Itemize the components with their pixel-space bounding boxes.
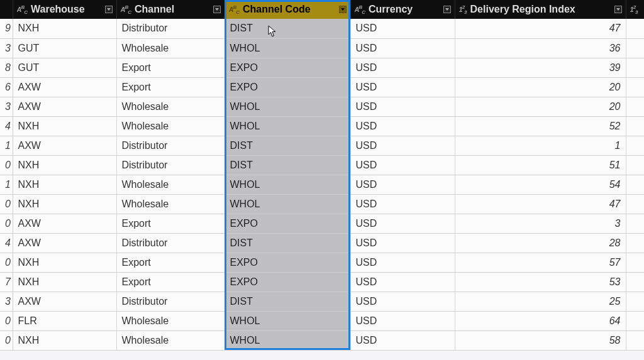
cell-currency[interactable]: USD (350, 77, 455, 97)
cell-delivery-region-index[interactable]: 57 (455, 253, 626, 272)
cell-channel[interactable]: Export (116, 77, 225, 97)
cell-channel-code[interactable]: DIST (225, 136, 350, 155)
table-row[interactable]: 1AXWDistributorDISTUSD1 (0, 136, 644, 155)
cell-row-index[interactable]: 3 (0, 38, 13, 58)
cell-delivery-region-index[interactable]: 58 (455, 330, 626, 350)
cell-row-index[interactable]: 6 (0, 77, 13, 97)
filter-dropdown-icon[interactable] (105, 6, 113, 13)
table-row[interactable]: 0NXHWholesaleWHOLUSD58 (0, 330, 644, 350)
cell-delivery-region-index[interactable]: 53 (455, 272, 626, 292)
cell-currency[interactable]: USD (350, 194, 455, 214)
table-row[interactable]: 6AXWExportEXPOUSD20 (0, 77, 644, 97)
cell-currency[interactable]: USD (350, 311, 455, 330)
cell-partial[interactable] (626, 253, 644, 272)
cell-channel[interactable]: Distributor (116, 155, 225, 175)
cell-warehouse[interactable]: GUT (13, 38, 116, 58)
cell-partial[interactable] (626, 233, 644, 253)
cell-partial[interactable] (626, 214, 644, 233)
cell-currency[interactable]: USD (350, 97, 455, 116)
cell-partial[interactable] (626, 136, 644, 155)
cell-row-index[interactable]: 3 (0, 292, 13, 311)
cell-row-index[interactable]: 1 (0, 136, 13, 155)
cell-warehouse[interactable]: FLR (13, 311, 116, 330)
cell-currency[interactable]: USD (350, 253, 455, 272)
cell-partial[interactable] (626, 194, 644, 214)
cell-delivery-region-index[interactable]: 20 (455, 77, 626, 97)
table-row[interactable]: 0FLRWholesaleWHOLUSD64 (0, 311, 644, 330)
cell-channel-code[interactable]: WHOL (225, 175, 350, 194)
cell-channel-code[interactable]: EXPO (225, 77, 350, 97)
cell-delivery-region-index[interactable]: 36 (455, 38, 626, 58)
cell-channel[interactable]: Distributor (116, 292, 225, 311)
cell-warehouse[interactable]: NXH (13, 19, 116, 38)
cell-partial[interactable] (626, 97, 644, 116)
cell-channel[interactable]: Wholesale (116, 175, 225, 194)
cell-partial[interactable] (626, 38, 644, 58)
table-row[interactable]: 3AXWDistributorDISTUSD25 (0, 292, 644, 311)
cell-delivery-region-index[interactable]: 1 (455, 136, 626, 155)
cell-currency[interactable]: USD (350, 116, 455, 136)
cell-channel[interactable]: Wholesale (116, 116, 225, 136)
cell-channel-code[interactable]: DIST (225, 233, 350, 253)
cell-channel-code[interactable]: EXPO (225, 214, 350, 233)
col-header-currency[interactable]: ABC Currency (350, 0, 455, 19)
table-row[interactable]: 1NXHWholesaleWHOLUSD54 (0, 175, 644, 194)
cell-partial[interactable] (626, 19, 644, 38)
cell-currency[interactable]: USD (350, 175, 455, 194)
cell-delivery-region-index[interactable]: 51 (455, 155, 626, 175)
cell-warehouse[interactable]: NXH (13, 194, 116, 214)
cell-currency[interactable]: USD (350, 233, 455, 253)
cell-channel[interactable]: Wholesale (116, 38, 225, 58)
cell-channel-code[interactable]: DIST (225, 155, 350, 175)
cell-row-index[interactable]: 7 (0, 272, 13, 292)
cell-currency[interactable]: USD (350, 136, 455, 155)
col-header-channel-code[interactable]: ABC Channel Code (225, 0, 350, 19)
cell-channel[interactable]: Wholesale (116, 194, 225, 214)
cell-channel-code[interactable]: EXPO (225, 272, 350, 292)
cell-row-index[interactable]: 3 (0, 97, 13, 116)
cell-delivery-region-index[interactable]: 64 (455, 311, 626, 330)
cell-row-index[interactable]: 8 (0, 58, 13, 77)
cell-warehouse[interactable]: AXW (13, 97, 116, 116)
table-row[interactable]: 4AXWDistributorDISTUSD28 (0, 233, 644, 253)
cell-row-index[interactable]: 4 (0, 233, 13, 253)
cell-delivery-region-index[interactable]: 3 (455, 214, 626, 233)
table-row[interactable]: 4NXHWholesaleWHOLUSD52 (0, 116, 644, 136)
cell-partial[interactable] (626, 58, 644, 77)
cell-currency[interactable]: USD (350, 214, 455, 233)
cell-channel[interactable]: Export (116, 214, 225, 233)
cell-channel-code[interactable]: WHOL (225, 116, 350, 136)
cell-currency[interactable]: USD (350, 272, 455, 292)
cell-warehouse[interactable]: NXH (13, 175, 116, 194)
table-row[interactable]: 9NXHDistributorDISTUSD47 (0, 19, 644, 38)
cell-row-index[interactable]: 0 (0, 330, 13, 350)
cell-warehouse[interactable]: GUT (13, 58, 116, 77)
filter-dropdown-icon[interactable] (614, 6, 622, 13)
cell-warehouse[interactable]: AXW (13, 77, 116, 97)
cell-warehouse[interactable]: AXW (13, 233, 116, 253)
cell-channel-code[interactable]: WHOL (225, 97, 350, 116)
cell-warehouse[interactable]: NXH (13, 330, 116, 350)
cell-channel[interactable]: Wholesale (116, 97, 225, 116)
cell-channel-code[interactable]: WHOL (225, 330, 350, 350)
cell-channel[interactable]: Wholesale (116, 330, 225, 350)
cell-currency[interactable]: USD (350, 292, 455, 311)
cell-partial[interactable] (626, 272, 644, 292)
cell-row-index[interactable]: 0 (0, 155, 13, 175)
cell-warehouse[interactable]: NXH (13, 155, 116, 175)
cell-delivery-region-index[interactable]: 20 (455, 97, 626, 116)
cell-delivery-region-index[interactable]: 47 (455, 19, 626, 38)
cell-row-index[interactable]: 0 (0, 194, 13, 214)
filter-dropdown-icon[interactable] (213, 6, 221, 13)
cell-channel-code[interactable]: WHOL (225, 38, 350, 58)
col-header-row-index[interactable] (0, 0, 13, 19)
cell-partial[interactable] (626, 292, 644, 311)
table-row[interactable]: 0NXHExportEXPOUSD57 (0, 253, 644, 272)
cell-channel-code[interactable]: WHOL (225, 311, 350, 330)
cell-delivery-region-index[interactable]: 39 (455, 58, 626, 77)
cell-channel-code[interactable]: EXPO (225, 253, 350, 272)
cell-partial[interactable] (626, 77, 644, 97)
table-row[interactable]: 0AXWExportEXPOUSD3 (0, 214, 644, 233)
cell-partial[interactable] (626, 175, 644, 194)
cell-warehouse[interactable]: AXW (13, 136, 116, 155)
